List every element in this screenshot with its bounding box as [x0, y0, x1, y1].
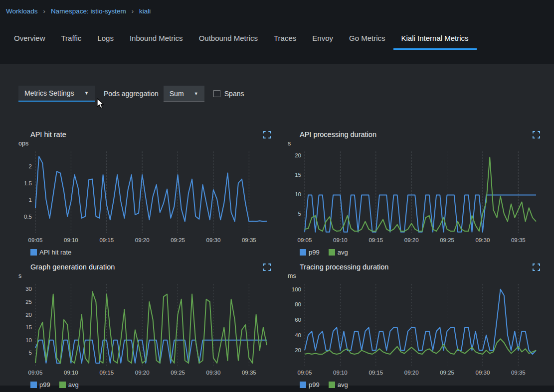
x-axis-label: 09:05	[28, 370, 43, 376]
legend-label: avg	[338, 381, 348, 389]
y-axis-label: 5	[29, 350, 32, 356]
chart-api-processing-duration: API processing duration s 09:0509:1009:1…	[288, 130, 541, 257]
x-axis-label: 09:20	[404, 237, 419, 243]
x-axis-label: 09:30	[206, 370, 221, 376]
chart-plot: 09:0509:1009:1509:2009:2509:3009:3551015…	[288, 148, 541, 246]
chart-header: API hit rate	[18, 130, 272, 139]
x-axis-label: 09:35	[511, 237, 526, 243]
breadcrumb-link-kiali[interactable]: kiali	[139, 7, 151, 15]
x-axis-label: 09:20	[135, 237, 150, 243]
legend-swatch	[59, 382, 66, 388]
legend-item-avg[interactable]: avg	[329, 381, 348, 389]
legend-label: p99	[309, 381, 320, 389]
y-axis-label: 20	[295, 347, 301, 353]
spans-label: Spans	[224, 90, 244, 98]
x-axis-label: 09:35	[242, 237, 256, 243]
expand-chart-icon[interactable]	[263, 263, 272, 271]
chart-unit: s	[288, 140, 541, 148]
legend-item-avg[interactable]: avg	[59, 381, 79, 389]
charts-grid: API hit rate ops 09:0509:1009:1509:2009:…	[0, 102, 554, 390]
chart-title: Tracing processing duration	[300, 263, 388, 271]
tab-inbound-metrics[interactable]: Inbound Metrics	[122, 28, 191, 50]
tab-envoy[interactable]: Envoy	[304, 28, 341, 50]
x-axis-label: 09:05	[298, 370, 312, 376]
toolbar: Metrics Settings ▼ Pods aggregation Sum …	[0, 64, 554, 102]
series-line-p99	[305, 289, 536, 354]
expand-chart-icon[interactable]	[533, 263, 541, 271]
legend-item-p99[interactable]: p99	[300, 381, 320, 389]
spans-checkbox-wrap[interactable]: Spans	[213, 90, 244, 98]
tab-traffic[interactable]: Traffic	[53, 28, 90, 50]
x-axis-label: 09:25	[440, 370, 454, 376]
x-axis-label: 09:30	[476, 237, 490, 243]
chart-plot: 09:0509:1009:1509:2009:2509:3009:3520406…	[288, 281, 541, 379]
tab-overview[interactable]: Overview	[6, 28, 53, 50]
x-axis-label: 09:25	[171, 370, 185, 376]
x-axis-label: 09:35	[242, 370, 256, 376]
legend-item-p99[interactable]: p99	[300, 249, 320, 256]
x-axis-label: 09:15	[99, 237, 114, 243]
series-line-avg	[305, 157, 536, 231]
chart-header: API processing duration	[288, 130, 541, 139]
legend-item-p99[interactable]: p99	[30, 381, 50, 389]
chevron-down-icon: ▼	[194, 91, 198, 96]
legend-swatch	[329, 249, 335, 256]
y-axis-label: 1	[29, 197, 32, 203]
tab-outbound-metrics[interactable]: Outbound Metrics	[191, 28, 266, 50]
chart-tracing-processing-duration: Tracing processing duration ms 09:0509:1…	[288, 262, 541, 390]
expand-chart-icon[interactable]	[263, 131, 272, 138]
tab-go-metrics[interactable]: Go Metrics	[341, 28, 393, 50]
breadcrumb-link-workloads[interactable]: Workloads	[6, 7, 38, 15]
pods-aggregation-label: Pods aggregation	[104, 90, 159, 98]
legend-label: avg	[68, 381, 79, 389]
y-axis-label: 5	[298, 211, 301, 217]
chart-legend: p99avg	[18, 380, 272, 390]
legend-swatch	[329, 382, 335, 388]
x-axis-label: 09:30	[206, 237, 221, 243]
y-axis-label: 15	[295, 172, 301, 178]
x-axis-label: 09:05	[298, 237, 312, 243]
metrics-settings-label: Metrics Settings	[24, 89, 74, 97]
aggregation-dropdown[interactable]: Sum ▼	[164, 86, 204, 102]
chart-unit: ops	[18, 140, 272, 148]
y-axis-label: 10	[295, 191, 301, 197]
chart-plot: 09:0509:1009:1509:2009:2509:3009:350.511…	[18, 148, 272, 246]
tab-traces[interactable]: Traces	[266, 28, 304, 50]
x-axis-label: 09:05	[28, 237, 43, 243]
legend-label: p99	[39, 381, 50, 389]
x-axis-label: 09:20	[404, 370, 419, 376]
chart-title: Graph generation duration	[30, 263, 115, 271]
tab-logs[interactable]: Logs	[89, 28, 122, 50]
series-line-api-hit-rate	[35, 156, 267, 222]
tab-kiali-internal-metrics[interactable]: Kiali Internal Metrics	[393, 28, 477, 50]
breadcrumb: Workloads›Namespace: istio-system›kiali	[0, 0, 554, 15]
tab-bar: OverviewTrafficLogsInbound MetricsOutbou…	[0, 28, 554, 50]
x-axis-label: 09:10	[64, 370, 78, 376]
y-axis-label: 1.5	[24, 180, 32, 186]
y-axis-label: 10	[25, 337, 32, 343]
expand-chart-icon[interactable]	[533, 131, 541, 138]
legend-item-avg[interactable]: avg	[329, 249, 348, 256]
chart-legend: API hit rate	[18, 247, 272, 257]
chart-header: Tracing processing duration	[288, 262, 541, 272]
breadcrumb-link-namespace-istio-system[interactable]: Namespace: istio-system	[51, 7, 126, 15]
metrics-settings-dropdown[interactable]: Metrics Settings ▼	[18, 86, 95, 102]
y-axis-label: 2	[29, 163, 32, 169]
y-axis-label: 20	[25, 312, 32, 318]
x-axis-label: 09:25	[171, 237, 185, 243]
legend-swatch	[30, 382, 37, 388]
legend-label: p99	[309, 249, 320, 256]
legend-item-api-hit-rate[interactable]: API hit rate	[30, 249, 71, 256]
x-axis-label: 09:15	[99, 370, 114, 376]
x-axis-label: 09:15	[369, 370, 383, 376]
breadcrumb-separator: ›	[132, 7, 134, 15]
chart-api-hit-rate: API hit rate ops 09:0509:1009:1509:2009:…	[18, 130, 272, 257]
chart-title: API hit rate	[30, 131, 66, 138]
x-axis-label: 09:25	[440, 237, 454, 243]
legend-swatch	[300, 249, 306, 256]
y-axis-label: 100	[292, 286, 301, 292]
legend-label: avg	[338, 249, 348, 256]
legend-label: API hit rate	[39, 249, 71, 256]
spans-checkbox[interactable]	[213, 90, 220, 97]
chart-header: Graph generation duration	[18, 262, 272, 272]
